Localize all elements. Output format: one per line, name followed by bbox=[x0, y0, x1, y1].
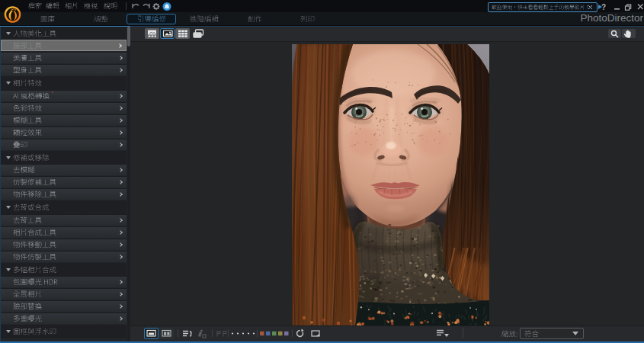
svg-text:?: ? bbox=[601, 3, 606, 11]
